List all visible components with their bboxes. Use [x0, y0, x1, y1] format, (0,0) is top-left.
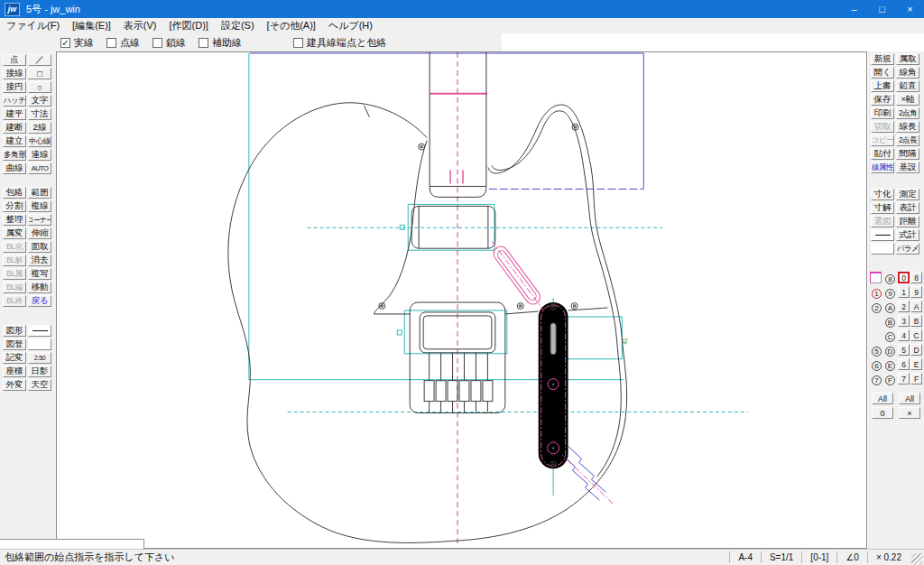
layer-cell[interactable]: A	[910, 301, 922, 312]
tool-button[interactable]: 多角形	[3, 149, 26, 161]
tool-button[interactable]: 表計	[896, 202, 919, 214]
checkbox[interactable]	[293, 38, 303, 48]
tool-button[interactable]: □	[28, 68, 51, 79]
tool-button[interactable]: 2.50	[28, 352, 51, 364]
tool-button[interactable]: コーナー	[28, 214, 51, 226]
layer-cell[interactable]: D	[910, 344, 922, 356]
minimize-button[interactable]: –	[840, 0, 868, 18]
tool-button[interactable]: 接円	[3, 81, 26, 93]
tool-button[interactable]: 範囲	[28, 187, 51, 199]
tool-button[interactable]: 消去	[28, 255, 51, 266]
tool-button[interactable]: 寸解	[871, 202, 894, 214]
status-field-scale[interactable]: S=1/1	[761, 551, 801, 563]
tool-button[interactable]: 日影	[28, 366, 51, 377]
tool-button[interactable]: 文字	[28, 95, 51, 107]
menu-item[interactable]: ヘルプ(H)	[322, 19, 379, 32]
tool-button[interactable]: パラメ	[896, 243, 919, 255]
status-field-angle[interactable]: ∠0	[836, 551, 867, 563]
layer-clear-button[interactable]: ×	[899, 407, 920, 419]
menu-item[interactable]: [その他(A)]	[261, 19, 322, 32]
tool-button[interactable]: 分割	[3, 200, 26, 212]
tool-button[interactable]: 線属性	[871, 162, 894, 173]
menu-item[interactable]: ファイル(F)	[0, 19, 66, 32]
layer-cell[interactable]: C	[910, 329, 922, 341]
layer-group-cell[interactable]: 9	[883, 286, 897, 301]
layer-cell[interactable]: 7	[898, 373, 910, 384]
tool-button[interactable]: 新規	[871, 53, 894, 65]
tool-button[interactable]: 属変	[3, 227, 26, 239]
layer-cell[interactable]: 2	[898, 301, 910, 312]
close-button[interactable]: ×	[896, 0, 924, 18]
layer-group-cell[interactable]: A	[883, 301, 897, 315]
checkbox[interactable]	[152, 38, 162, 48]
tool-button[interactable]: AUTO	[28, 162, 51, 174]
tool-button[interactable]: 整理	[3, 214, 26, 226]
layer-group-cell[interactable]: 8	[883, 272, 897, 286]
tool-button[interactable]: 建断	[3, 122, 26, 134]
drawing-canvas[interactable]: 41	[57, 52, 866, 548]
checkbox[interactable]: ✓	[60, 38, 70, 48]
layer-cell[interactable]: B	[910, 315, 922, 327]
layer-cell[interactable]: 4	[898, 329, 910, 341]
layer-cell[interactable]: 9	[910, 286, 922, 298]
tool-button[interactable]: 点	[3, 54, 26, 66]
tool-button[interactable]: 印刷	[871, 107, 894, 119]
tool-button[interactable]: 保存	[871, 94, 894, 106]
layer-cell[interactable]: 8	[910, 272, 922, 283]
status-field-layer-range[interactable]: [0-1]	[801, 551, 836, 563]
layer-cell[interactable]: E	[910, 358, 922, 370]
tool-button[interactable]: 移動	[28, 282, 51, 293]
tool-button[interactable]: 距離	[896, 216, 919, 227]
layer-cell[interactable]: 5	[898, 344, 910, 356]
tool-button[interactable]: 建平	[3, 108, 26, 120]
layer-group-cell[interactable]: C	[883, 329, 897, 344]
tool-button[interactable]: ／	[28, 54, 51, 66]
menu-item[interactable]: 表示(V)	[117, 19, 163, 32]
tool-button[interactable]: 寸法	[28, 108, 51, 120]
status-field-paper-size[interactable]: A-4	[729, 551, 761, 563]
status-field-zoom[interactable]: × 0.22	[867, 551, 910, 563]
tool-button[interactable]: 天空	[28, 379, 51, 391]
tool-button[interactable]: ○	[28, 81, 51, 93]
tool-button[interactable]: 図形	[3, 325, 26, 337]
layer-group-cell[interactable]: 1	[870, 286, 883, 301]
tool-button[interactable]: 属取	[896, 53, 919, 65]
layer-cell[interactable]: 6	[898, 358, 910, 370]
tool-button[interactable]: 貼付	[871, 148, 894, 160]
drawing-area[interactable]: 41	[56, 51, 867, 549]
tool-button[interactable]: 伸縮	[28, 227, 51, 239]
layer-cell[interactable]: 1	[898, 286, 910, 298]
tool-button[interactable]: 基設	[896, 162, 919, 173]
tool-button[interactable]: 式計	[896, 229, 919, 241]
resize-grip[interactable]	[911, 553, 923, 565]
layer-group-cell[interactable]	[870, 315, 883, 329]
maximize-button[interactable]: □	[868, 0, 896, 18]
tool-button[interactable]: 線長	[896, 121, 919, 133]
layer-cell[interactable]: 3	[898, 315, 910, 327]
tool-button[interactable]: 2点角	[896, 107, 919, 119]
tool-button[interactable]: 寸化	[871, 189, 894, 200]
layer-group-cell[interactable]: F	[883, 373, 897, 387]
layer-group-cell[interactable]: 7	[870, 373, 883, 387]
line-style-box[interactable]	[28, 325, 51, 337]
menu-item[interactable]: 設定(S)	[215, 19, 261, 32]
tool-button[interactable]: 建立	[3, 135, 26, 147]
menu-item[interactable]: [作図(D)]	[163, 19, 215, 32]
tool-button[interactable]: 複写	[28, 268, 51, 280]
tool-button[interactable]: 複線	[28, 200, 51, 212]
tool-button[interactable]: 鉛直	[896, 80, 919, 92]
tool-button[interactable]: 間隔	[896, 148, 919, 160]
menu-item[interactable]: [編集(E)]	[66, 19, 117, 32]
layer-group-cell[interactable]: D	[883, 344, 897, 358]
tool-button[interactable]: ハッチ	[3, 95, 26, 107]
layer-group-zero-button[interactable]: 0	[872, 407, 893, 419]
layer-group-cell[interactable]: B	[883, 315, 897, 329]
layer-all-button[interactable]: All	[899, 393, 920, 404]
layer-group-cell[interactable]: 2	[870, 301, 883, 315]
tool-button[interactable]: 図登	[3, 338, 26, 350]
layer-group-all-button[interactable]: All	[872, 393, 893, 404]
tool-button[interactable]: 連線	[28, 149, 51, 161]
tool-button[interactable]: 記変	[3, 352, 26, 364]
tool-button[interactable]: 2線	[28, 122, 51, 134]
line-style-box[interactable]	[871, 229, 894, 241]
